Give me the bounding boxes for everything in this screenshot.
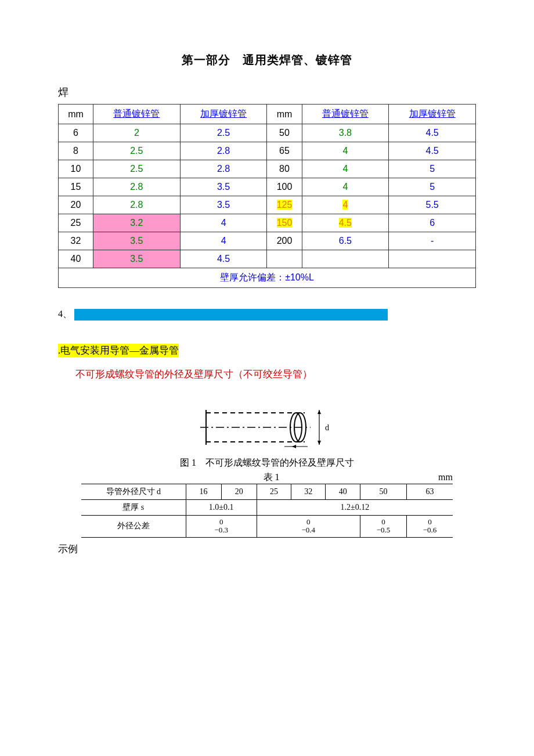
cell: 15 xyxy=(59,178,93,196)
cell: 2.5 xyxy=(180,124,267,142)
table-row: 壁厚 s 1.0±0.1 1.2±0.12 xyxy=(81,500,453,516)
cell: 6 xyxy=(59,124,93,142)
cell: 2.5 xyxy=(93,160,180,178)
cell: 63 xyxy=(407,484,453,500)
table2-unit: mm xyxy=(438,472,453,483)
cell: 65 xyxy=(267,142,302,160)
table-row: 导管外径尺寸 d 16 20 25 32 40 50 63 xyxy=(81,484,453,500)
row-d-label: 导管外径尺寸 d xyxy=(81,484,186,500)
cell: 32 xyxy=(291,484,326,500)
cell: 2.8 xyxy=(180,160,267,178)
col-thick-2: 加厚镀锌管 xyxy=(389,105,476,124)
tol-top: 0 xyxy=(190,518,253,526)
cell xyxy=(302,250,389,268)
cell xyxy=(267,250,302,268)
table2-caption-row: 表 1 mm xyxy=(81,471,453,484)
row-tol-label: 外径公差 xyxy=(81,516,186,538)
cell: 0 −0.5 xyxy=(360,516,406,538)
table-row: 20 2.8 3.5 125 4 5.5 xyxy=(59,196,476,214)
cell: 25 xyxy=(257,484,291,500)
table-row: 10 2.5 2.8 80 4 5 xyxy=(59,160,476,178)
cell: 8 xyxy=(59,142,93,160)
tol-bot: −0.6 xyxy=(410,526,449,534)
tol-bot: −0.3 xyxy=(190,526,253,534)
table-row: 40 3.5 4.5 xyxy=(59,250,476,268)
cell-hl: 125 xyxy=(277,200,293,210)
cell: 1.2±0.12 xyxy=(257,500,453,516)
cell: 25 xyxy=(59,214,93,232)
cell: 100 xyxy=(267,178,302,196)
example-label: 示例 xyxy=(58,542,476,556)
row-s-label: 壁厚 s xyxy=(81,500,186,516)
cell: 2.5 xyxy=(93,142,180,160)
col-mm-2: mm xyxy=(267,105,302,124)
cell: 0 −0.3 xyxy=(186,516,257,538)
conduit-section-icon: d xyxy=(194,401,340,453)
page-title: 第一部分 通用类焊管、镀锌管 xyxy=(58,52,476,68)
cell: 4.5 xyxy=(389,124,476,142)
table-row: 32 3.5 4 200 6.5 - xyxy=(59,232,476,250)
cell: 125 xyxy=(267,196,302,214)
galvanized-pipe-table: mm 普通镀锌管 加厚镀锌管 mm 普通镀锌管 加厚镀锌管 6 2 2.5 50… xyxy=(58,104,476,288)
cell: 4 xyxy=(302,196,389,214)
cell: 80 xyxy=(267,160,302,178)
cell: 4.5 xyxy=(302,214,389,232)
cell: 2 xyxy=(93,124,180,142)
cell: 32 xyxy=(59,232,93,250)
cell: 6 xyxy=(389,214,476,232)
col-normal-2: 普通镀锌管 xyxy=(302,105,389,124)
svg-marker-8 xyxy=(317,441,321,445)
cell: 3.8 xyxy=(302,124,389,142)
prefix-char: 焊 xyxy=(58,85,476,99)
svg-text:d: d xyxy=(325,423,329,432)
cell-hl: 4.5 xyxy=(339,218,352,228)
section-4-row: 4、 xyxy=(58,308,476,321)
table-row: 外径公差 0 −0.3 0 −0.4 0 −0.5 xyxy=(81,516,453,538)
table-row: 6 2 2.5 50 3.8 4.5 xyxy=(59,124,476,142)
cell: 5 xyxy=(389,178,476,196)
cell: 3.5 xyxy=(93,232,180,250)
tol-bot: −0.5 xyxy=(364,526,403,534)
cell: 20 xyxy=(59,196,93,214)
conduit-size-table: 导管外径尺寸 d 16 20 25 32 40 50 63 壁厚 s 1.0±0… xyxy=(81,484,453,538)
cell: 4.5 xyxy=(389,142,476,160)
svg-marker-7 xyxy=(317,410,321,414)
cell: 4 xyxy=(302,178,389,196)
non-thread-subtitle: 不可形成螺纹导管的外径及壁厚尺寸（不可绞丝导管） xyxy=(75,368,476,381)
cell: 50 xyxy=(267,124,302,142)
table2-caption: 表 1 xyxy=(104,471,438,484)
cell: 3.5 xyxy=(93,250,180,268)
cell: 10 xyxy=(59,160,93,178)
cell xyxy=(389,250,476,268)
cell: 40 xyxy=(326,484,360,500)
cell: 2.8 xyxy=(93,196,180,214)
cell: 40 xyxy=(59,250,93,268)
cell: 200 xyxy=(267,232,302,250)
cell: 20 xyxy=(221,484,257,500)
cell: 2.8 xyxy=(180,142,267,160)
cell: 0 −0.6 xyxy=(407,516,453,538)
cell: 3.5 xyxy=(180,196,267,214)
cell: 6.5 xyxy=(302,232,389,250)
section-4-label: 4、 xyxy=(58,308,72,321)
cell: 2.8 xyxy=(93,178,180,196)
cell: 5 xyxy=(389,160,476,178)
tolerance-note: 壁厚允许偏差：±10%L xyxy=(59,268,476,288)
col-mm-1: mm xyxy=(59,105,93,124)
cell: 3.5 xyxy=(180,178,267,196)
col-normal-1: 普通镀锌管 xyxy=(93,105,180,124)
cell: 50 xyxy=(360,484,406,500)
table-row: 25 3.2 4 150 4.5 6 xyxy=(59,214,476,232)
col-thick-1: 加厚镀锌管 xyxy=(180,105,267,124)
cell: 5.5 xyxy=(389,196,476,214)
cell: 4 xyxy=(302,142,389,160)
metal-conduit-subtitle: .电气安装用导管—金属导管 xyxy=(58,344,179,357)
tol-bot: −0.4 xyxy=(261,526,356,534)
table-footer-row: 壁厚允许偏差：±10%L xyxy=(59,268,476,288)
cell: 16 xyxy=(186,484,221,500)
cell-hl: 150 xyxy=(277,218,293,228)
table-header-row: mm 普通镀锌管 加厚镀锌管 mm 普通镀锌管 加厚镀锌管 xyxy=(59,105,476,124)
cell: 4 xyxy=(180,232,267,250)
table-row: 15 2.8 3.5 100 4 5 xyxy=(59,178,476,196)
subtitle-row: .电气安装用导管—金属导管 xyxy=(58,321,476,357)
